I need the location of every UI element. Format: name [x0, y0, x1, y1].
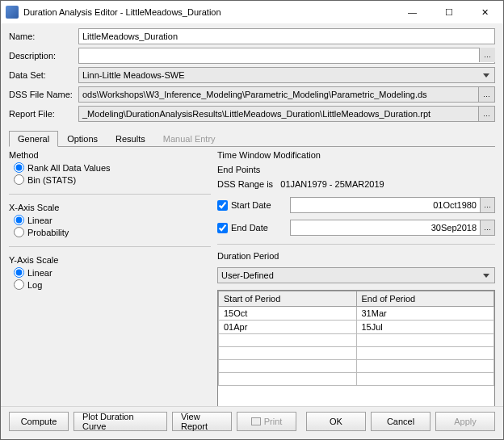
duration-selector[interactable]: User-Defined [217, 267, 495, 283]
duration-title: Duration Period [217, 251, 495, 261]
table-row[interactable]: 01Apr15Jul [219, 321, 494, 334]
table-row[interactable]: 15Oct31Mar [219, 307, 494, 321]
tab-general[interactable]: General [9, 131, 58, 147]
titlebar: Duration Analysis Editor - LittleMeadows… [1, 1, 503, 23]
duration-table[interactable]: Start of Period End of Period 15Oct31Mar… [217, 290, 495, 406]
enddate-checkbox[interactable] [217, 223, 228, 233]
yaxis-log-label: Log [27, 280, 42, 290]
dataset-combo[interactable]: Linn-Little Meadows-SWE [78, 67, 495, 83]
compute-button[interactable]: Compute [9, 412, 69, 431]
enddate-label: End Date [231, 223, 268, 233]
close-button[interactable]: ✕ [467, 1, 503, 23]
name-label: Name: [9, 31, 78, 41]
app-icon [6, 6, 19, 19]
dssfile-browse-button[interactable]: … [478, 87, 494, 102]
header-form: Name: Description: … Data Set: Linn-Litt… [1, 23, 503, 127]
window-title: Duration Analysis Editor - LittleMeadows… [23, 7, 394, 17]
dss-range-label: DSS Range is [217, 179, 273, 189]
cancel-button[interactable]: Cancel [371, 412, 430, 431]
method-rank-label: Rank All Data Values [27, 163, 111, 173]
plot-button[interactable]: Plot Duration Curve [74, 412, 167, 431]
xaxis-linear-label: Linear [27, 216, 52, 225]
dssfile-label: DSS File Name: [9, 90, 78, 99]
xaxis-title: X-Axis Scale [9, 203, 211, 212]
col-end-header[interactable]: End of Period [356, 291, 494, 307]
description-label: Description: [9, 51, 78, 61]
method-bin-radio[interactable] [14, 174, 24, 185]
maximize-button[interactable]: ☐ [430, 1, 467, 23]
tab-options[interactable]: Options [58, 131, 107, 147]
startdate-checkbox[interactable] [217, 200, 228, 211]
tab-manual-entry: Manual Entry [154, 131, 225, 147]
dataset-label: Data Set: [9, 70, 78, 80]
tab-strip: General Options Results Manual Entry [9, 130, 495, 147]
tab-body-general: Method Rank All Data Values Bin (STATS) … [1, 147, 503, 406]
table-row[interactable] [219, 373, 494, 386]
button-bar: Compute Plot Duration Curve View Report … [1, 406, 503, 439]
timewin-title: Time Window Modification [217, 150, 495, 160]
view-report-button[interactable]: View Report [172, 412, 232, 431]
enddate-input[interactable] [290, 220, 495, 236]
yaxis-linear-radio[interactable] [14, 267, 24, 278]
endpoints-label: End Points [217, 165, 495, 174]
description-expand-button[interactable]: … [479, 48, 495, 62]
dss-range-value: 01JAN1979 - 25MAR2019 [280, 179, 384, 189]
table-row[interactable] [219, 347, 494, 360]
method-group: Method Rank All Data Values Bin (STATS) [9, 150, 211, 186]
reportfile-field[interactable]: _Modeling\DurationAnalysisResults\Little… [78, 106, 495, 122]
xaxis-linear-radio[interactable] [14, 215, 24, 225]
yaxis-log-radio[interactable] [14, 279, 24, 290]
dssfile-field[interactable]: ods\Workshops\W3_Inference_Modeling\Para… [78, 86, 495, 103]
startdate-input[interactable] [290, 197, 495, 213]
method-title: Method [9, 150, 211, 160]
apply-button: Apply [435, 412, 495, 431]
yaxis-linear-label: Linear [27, 268, 52, 278]
method-rank-radio[interactable] [14, 162, 24, 173]
table-row[interactable] [219, 334, 494, 347]
ok-button[interactable]: OK [306, 412, 366, 431]
left-column: Method Rank All Data Values Bin (STATS) … [9, 150, 211, 401]
yaxis-title: Y-Axis Scale [9, 255, 211, 265]
xaxis-prob-radio[interactable] [14, 227, 24, 237]
reportfile-label: Report File: [9, 109, 78, 119]
xaxis-prob-label: Probability [27, 228, 69, 237]
description-input[interactable] [78, 48, 495, 64]
table-row[interactable] [219, 360, 494, 373]
reportfile-browse-button[interactable]: … [478, 107, 494, 121]
minimize-button[interactable]: — [394, 1, 430, 23]
tab-results[interactable]: Results [107, 131, 154, 147]
xaxis-group: X-Axis Scale Linear Probability [9, 203, 211, 238]
app-window: Duration Analysis Editor - LittleMeadows… [0, 0, 504, 440]
col-start-header[interactable]: Start of Period [219, 291, 357, 307]
yaxis-group: Y-Axis Scale Linear Log [9, 255, 211, 291]
print-icon [251, 417, 261, 425]
enddate-picker-button[interactable]: … [480, 220, 494, 235]
method-bin-label: Bin (STATS) [27, 175, 76, 185]
startdate-label: Start Date [231, 200, 271, 210]
print-button: Print [237, 412, 296, 431]
right-column: Time Window Modification End Points DSS … [217, 150, 495, 401]
name-input[interactable] [78, 28, 495, 44]
startdate-picker-button[interactable]: … [480, 198, 494, 212]
